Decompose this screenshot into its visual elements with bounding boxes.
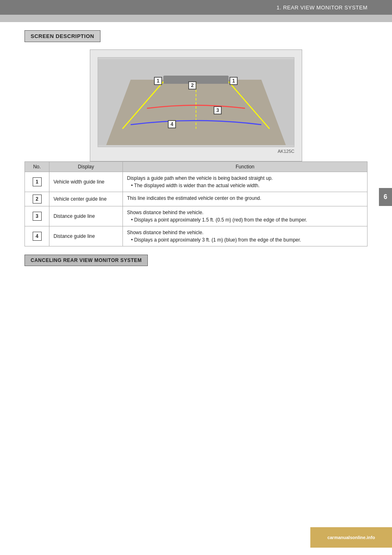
number-box: 3 <box>33 212 42 221</box>
row-number-cell: 2 <box>25 192 49 206</box>
svg-text:2: 2 <box>191 83 194 88</box>
row-function-cell: Displays a guide path when the vehicle i… <box>123 172 368 192</box>
bullet-item: The displayed width is wider than the ac… <box>131 182 363 189</box>
top-header-bar: 1. REAR VIEW MONITOR SYSTEM <box>0 0 392 15</box>
main-content: SCREEN DESCRIPTION <box>0 30 392 266</box>
function-intro: This line indicates the estimated vehicl… <box>127 195 261 201</box>
row-display-cell: Vehicle width guide line <box>49 172 123 192</box>
table-row: 1Vehicle width guide lineDisplays a guid… <box>25 172 368 192</box>
function-intro: Shows distance behind the vehicle. <box>127 210 203 215</box>
bullet-item: Displays a point approximately 3 ft. (1 … <box>131 236 363 244</box>
row-number-cell: 3 <box>25 206 49 226</box>
function-bullets: The displayed width is wider than the ac… <box>127 182 363 189</box>
number-box: 4 <box>33 232 42 241</box>
section-title: 1. REAR VIEW MONITOR SYSTEM <box>276 4 368 11</box>
row-function-cell: Shows distance behind the vehicle.Displa… <box>123 226 368 246</box>
number-box: 2 <box>33 195 42 204</box>
watermark-text: carmanualsonline.info <box>327 535 375 540</box>
col-header-no: No. <box>25 162 49 172</box>
guide-lines-table: No. Display Function 1Vehicle width guid… <box>24 161 368 246</box>
svg-text:3: 3 <box>216 107 219 113</box>
col-header-function: Function <box>123 162 368 172</box>
function-intro: Displays a guide path when the vehicle i… <box>127 175 273 181</box>
row-number-cell: 1 <box>25 172 49 192</box>
number-box: 1 <box>33 177 42 186</box>
row-display-cell: Vehicle center guide line <box>49 192 123 206</box>
screen-description-header: SCREEN DESCRIPTION <box>24 30 100 42</box>
svg-text:1: 1 <box>157 78 160 84</box>
rear-camera-diagram: 1 1 2 3 4 <box>98 57 294 147</box>
row-number-cell: 4 <box>25 226 49 246</box>
table-row: 2Vehicle center guide lineThis line indi… <box>25 192 368 206</box>
table-row: 4Distance guide lineShows distance behin… <box>25 226 368 246</box>
svg-text:4: 4 <box>171 121 174 127</box>
row-function-cell: This line indicates the estimated vehicl… <box>123 192 368 206</box>
chapter-tab: 6 <box>379 188 392 206</box>
watermark: carmanualsonline.info <box>310 527 392 548</box>
function-bullets: Displays a point approximately 3 ft. (1 … <box>127 236 363 244</box>
bullet-item: Displays a point approximately 1.5 ft. (… <box>131 216 363 224</box>
row-display-cell: Distance guide line <box>49 206 123 226</box>
col-header-display: Display <box>49 162 123 172</box>
svg-text:1: 1 <box>232 78 235 84</box>
function-bullets: Displays a point approximately 1.5 ft. (… <box>127 216 363 224</box>
chapter-number: 6 <box>384 193 388 201</box>
diagram-caption: AK125C <box>98 149 294 154</box>
row-function-cell: Shows distance behind the vehicle.Displa… <box>123 206 368 226</box>
function-intro: Shows distance behind the vehicle. <box>127 230 203 235</box>
table-row: 3Distance guide lineShows distance behin… <box>25 206 368 226</box>
diagram-container: 1 1 2 3 4 AK125C <box>90 49 302 161</box>
sub-header-bar <box>0 15 392 22</box>
canceling-section-header: CANCELING REAR VIEW MONITOR SYSTEM <box>24 255 148 266</box>
row-display-cell: Distance guide line <box>49 226 123 246</box>
